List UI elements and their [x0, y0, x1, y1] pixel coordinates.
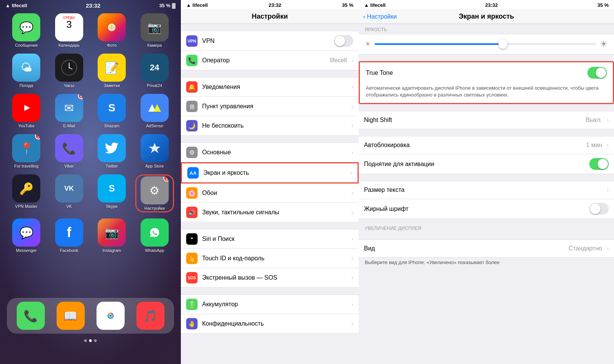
dock-chrome[interactable] [97, 302, 125, 330]
back-button[interactable]: ‹ Настройки [363, 13, 397, 20]
settings-row-sounds[interactable]: 🔊 Звуки, тактильные сигналы › [181, 203, 359, 222]
settings-row-touchid[interactable]: 👆 Touch ID и код-пароль › [181, 249, 359, 268]
app-skype[interactable]: S Skype [92, 174, 131, 212]
app-camera[interactable]: 📷 Камера [135, 13, 174, 47]
app-shazam[interactable]: S Shazam [92, 94, 131, 128]
true-tone-row[interactable]: True Tone [360, 62, 613, 83]
time-home: 23:32 [86, 2, 100, 9]
settings-row-sos[interactable]: SOS Экстренный вызов — SOS › [181, 268, 359, 288]
dock-music[interactable]: 🎵 [136, 302, 165, 330]
dock: 📞 📖 🎵 [7, 298, 174, 334]
dock-phone[interactable]: 📞 [17, 302, 45, 330]
chevron-notif: › [351, 84, 353, 90]
brightness-control: ☀ ☀ [359, 34, 614, 54]
app-email[interactable]: 2✉ E-Mail [50, 94, 89, 128]
settings-row-operator[interactable]: 📞 Оператор lifecell › [181, 51, 359, 70]
dot-3 [94, 339, 97, 342]
app-appstore[interactable]: App Store [135, 134, 174, 168]
app-messenger[interactable]: 💬 Messenger [7, 218, 46, 253]
settings-section-general: ⚙ Основные › AA Экран и яркость › 🌸 Обои… [181, 142, 359, 222]
settings-row-vpn[interactable]: VPN VPN [181, 31, 359, 51]
time-settings: 23:32 [269, 2, 281, 8]
app-whatsapp[interactable]: WhatsApp [135, 218, 174, 253]
status-bar-display: ▲ lifecell 23:32 35 % [359, 0, 614, 9]
settings-row-raise-to-wake[interactable]: Поднятие для активации [359, 154, 614, 174]
battery-icon: ▓ [172, 3, 176, 8]
settings-section-battery: 🔋 Аккумулятор › 🤚 Конфиденциальность › [181, 294, 359, 334]
chevron-display: › [350, 169, 352, 176]
app-adsense[interactable]: AdSense [135, 94, 174, 128]
settings-panel: ▲ lifecell 23:32 35 % Настройки VPN VPN … [181, 0, 359, 364]
display-scroll[interactable]: ЯРКОСТЬ ☀ ☀ True Tone Автоматически адап… [359, 24, 614, 364]
app-photos[interactable]: Фото [92, 13, 131, 47]
app-vpnmaster[interactable]: 🔑 VPN Master [7, 174, 46, 212]
wifi-icon-home: ▲ [5, 3, 10, 8]
true-tone-description: Автоматически адаптировать дисплей iPhon… [360, 83, 613, 103]
app-messages[interactable]: 💬 Сообщения [7, 13, 46, 47]
battery-settings: 35 % [342, 2, 353, 8]
dock-books[interactable]: 📖 [57, 302, 85, 330]
app-clock[interactable]: Часы [50, 54, 89, 88]
sun-small-icon: ☀ [365, 40, 371, 48]
zoom-section: Вид Стандартно › [359, 239, 614, 258]
carrier-home: ▲ lifecell [5, 3, 27, 8]
app-calendar[interactable]: Среда 3 Календарь [50, 13, 89, 47]
settings-scroll[interactable]: VPN VPN 📞 Оператор lifecell › 🔔 Уведомле… [181, 24, 359, 364]
settings-section-vpn: VPN VPN 📞 Оператор lifecell › [181, 31, 359, 70]
brightness-thumb[interactable] [498, 40, 508, 49]
settings-row-bold[interactable]: Жирный шрифт [359, 199, 614, 219]
bold-toggle[interactable] [589, 203, 609, 215]
settings-row-display[interactable]: AA Экран и яркость › [181, 162, 359, 184]
app-facebook[interactable]: f Facebook [50, 218, 89, 253]
app-notes[interactable]: 📝 Заметки [92, 54, 131, 88]
vpn-toggle[interactable] [334, 35, 353, 47]
app-weather[interactable]: 🌤 Погода [7, 54, 46, 88]
settings-row-privacy[interactable]: 🤚 Конфиденциальность › [181, 314, 359, 334]
settings-row-siri[interactable]: Siri и Поиск › [181, 229, 359, 249]
settings-section-notifications: 🔔 Уведомления › ⊞ Пункт управления › 🌙 Н… [181, 77, 359, 136]
dot-2 [89, 339, 92, 342]
display-rows-section: Night Shift Выкл. › [359, 111, 614, 129]
carrier-display: ▲ lifecell [364, 2, 386, 8]
settings-row-dnd[interactable]: 🌙 Не беспокоить › [181, 116, 359, 136]
settings-row-view[interactable]: Вид Стандартно › [359, 239, 614, 258]
chevron-autolock: › [607, 142, 609, 149]
settings-row-notifications[interactable]: 🔔 Уведомления › [181, 77, 359, 97]
app-instagram[interactable]: 📷 Instagram [92, 218, 131, 253]
app-settings[interactable]: 1⚙ Настройки [135, 174, 174, 212]
settings-row-wallpaper[interactable]: 🌸 Обои › [181, 184, 359, 203]
chevron-battery: › [351, 301, 353, 308]
settings-title: Настройки [187, 13, 353, 21]
chevron-sos: › [351, 274, 353, 281]
zoom-description: Выберите вид для iPhone: «Увеличено» пок… [359, 258, 614, 269]
settings-row-control-center[interactable]: ⊞ Пункт управления › [181, 97, 359, 116]
app-youtube[interactable]: YouTube [7, 94, 46, 128]
true-tone-toggle[interactable] [587, 67, 607, 79]
settings-row-battery[interactable]: 🔋 Аккумулятор › [181, 294, 359, 314]
app-viber[interactable]: 📞 Viber [50, 134, 89, 168]
settings-row-nightshift[interactable]: Night Shift Выкл. › [359, 111, 614, 129]
status-bar-home: ▲ lifecell 23:32 35 % ▓ [0, 0, 181, 9]
battery-display: 35 % [597, 2, 609, 8]
settings-nav-header: Настройки [181, 9, 359, 24]
svg-point-11 [109, 315, 112, 317]
settings-row-general[interactable]: ⚙ Основные › [181, 142, 359, 162]
chevron-view: › [607, 245, 609, 252]
status-bar-settings: ▲ lifecell 23:32 35 % [181, 0, 359, 9]
home-screen: ▲ lifecell 23:32 35 % ▓ 💬 Сообщения Сред… [0, 0, 181, 364]
brightness-header: ЯРКОСТЬ [359, 24, 614, 34]
settings-row-textsize[interactable]: Размер текста › [359, 181, 614, 199]
chevron-siri: › [351, 236, 353, 242]
sun-large-icon: ☀ [600, 39, 608, 49]
chevron-dnd: › [351, 122, 353, 129]
settings-row-autolock[interactable]: Автоблокировка 1 мин › [359, 136, 614, 154]
app-vk[interactable]: VK VK [50, 174, 89, 212]
brightness-slider[interactable] [375, 43, 596, 45]
chevron-textsize: › [607, 187, 609, 193]
chevron-operator: › [351, 57, 353, 64]
app-travelling[interactable]: 1📍 For travelling [7, 134, 46, 168]
app-twitter[interactable]: Twitter [92, 134, 131, 168]
zoom-header: УВЕЛИЧЕНИЕ ДИСПЛЕЯ [359, 219, 614, 233]
app-privat24[interactable]: 24 Privat24 [135, 54, 174, 88]
raise-to-wake-toggle[interactable] [589, 158, 609, 170]
